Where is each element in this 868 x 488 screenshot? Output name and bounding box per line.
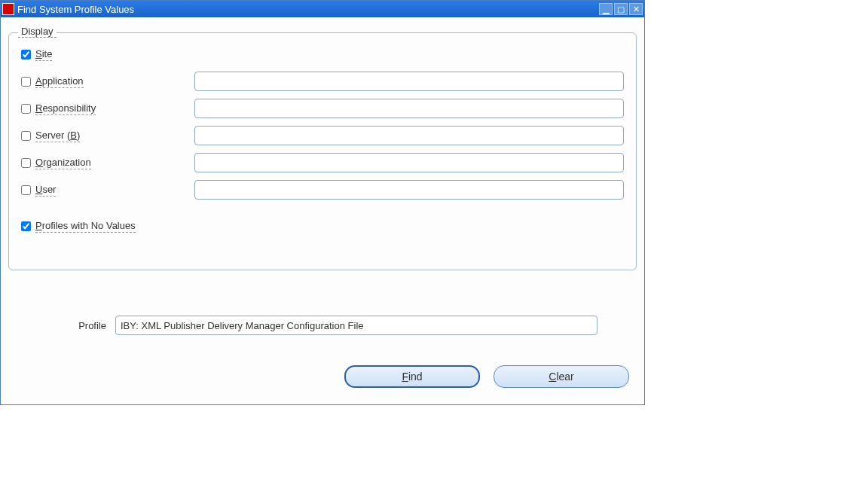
window-body: Display Site Application Responsibility — [1, 17, 644, 404]
find-system-profile-values-window: Find System Profile Values ▁ ▢ ✕ Display… — [0, 0, 645, 405]
close-button[interactable]: ✕ — [629, 3, 643, 15]
button-row: Find Clear — [8, 365, 629, 388]
organization-label: Organization — [35, 157, 91, 169]
site-row: Site — [21, 41, 624, 68]
user-label: User — [35, 184, 56, 197]
server-label: Server (B) — [35, 130, 80, 142]
user-input[interactable] — [194, 180, 624, 200]
server-checkbox[interactable] — [21, 131, 31, 141]
organization-row: Organization — [21, 149, 624, 176]
display-legend: Display — [18, 26, 57, 38]
user-checkbox[interactable] — [21, 185, 31, 195]
responsibility-row: Responsibility — [21, 95, 624, 122]
user-row: User — [21, 176, 624, 203]
window-title: Find System Profile Values — [17, 4, 599, 15]
organization-checkbox[interactable] — [21, 158, 31, 168]
profiles-no-values-checkbox[interactable] — [21, 221, 31, 231]
display-group: Display Site Application Responsibility — [8, 32, 637, 270]
oracle-icon — [2, 3, 14, 15]
site-checkbox[interactable] — [21, 50, 31, 59]
server-input[interactable] — [194, 126, 624, 145]
profile-label: Profile — [61, 320, 106, 331]
maximize-button[interactable]: ▢ — [614, 3, 628, 15]
application-label: Application — [35, 75, 84, 88]
profile-input[interactable] — [115, 316, 598, 335]
server-row: Server (B) — [21, 122, 624, 149]
profiles-no-values-row: Profiles with No Values — [21, 212, 624, 239]
application-checkbox[interactable] — [21, 77, 31, 87]
responsibility-label: Responsibility — [35, 102, 96, 115]
application-input[interactable] — [194, 72, 624, 91]
application-row: Application — [21, 68, 624, 95]
clear-button[interactable]: Clear — [494, 365, 629, 388]
find-button[interactable]: Find — [344, 365, 480, 388]
organization-input[interactable] — [194, 153, 624, 172]
profile-row: Profile — [61, 316, 637, 335]
responsibility-input[interactable] — [194, 99, 624, 118]
site-label: Site — [35, 48, 52, 61]
minimize-button[interactable]: ▁ — [599, 3, 613, 15]
window-controls: ▁ ▢ ✕ — [599, 3, 643, 15]
titlebar: Find System Profile Values ▁ ▢ ✕ — [1, 1, 644, 17]
responsibility-checkbox[interactable] — [21, 104, 31, 114]
profiles-no-values-label: Profiles with No Values — [35, 220, 136, 233]
